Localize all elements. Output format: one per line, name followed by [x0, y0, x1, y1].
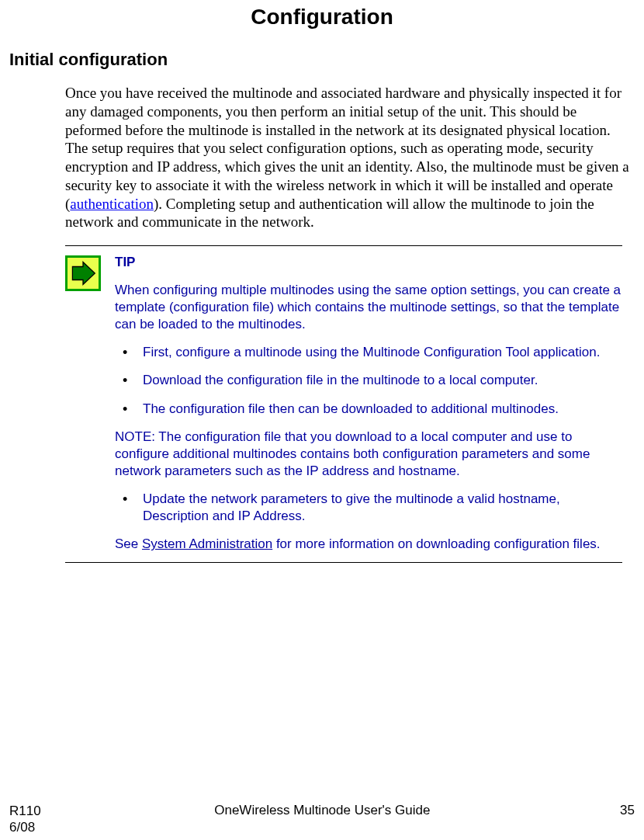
tip-bullet: Download the configuration file in the m… [115, 372, 622, 389]
tip-label: TIP [115, 254, 622, 271]
page-footer: R110 6/08 OneWireless Multinode User's G… [9, 803, 635, 836]
tip-note: NOTE: The configuration file that you do… [115, 429, 622, 480]
footer-title: OneWireless Multinode User's Guide [41, 803, 604, 818]
tip-bullet: Update the network parameters to give th… [115, 491, 622, 525]
tip-content: TIP When configuring multiple multinodes… [115, 254, 622, 553]
section-heading: Initial configuration [9, 50, 635, 70]
tip-box: TIP When configuring multiple multinodes… [65, 245, 622, 563]
tip-see-also: See System Administration for more infor… [115, 536, 622, 553]
tip-intro: When configuring multiple multinodes usi… [115, 282, 622, 333]
intro-paragraph: Once you have received the multinode and… [65, 84, 635, 231]
tip-arrow-icon [65, 255, 101, 291]
footer-date: 6/08 [9, 820, 35, 835]
system-administration-link[interactable]: System Administration [142, 536, 272, 551]
tip-see-prefix: See [115, 536, 142, 551]
tip-bullet-list-1: First, configure a multinode using the M… [115, 344, 622, 417]
tip-see-suffix: for more information on downloading conf… [272, 536, 600, 551]
intro-text-before: Once you have received the multinode and… [65, 85, 629, 212]
footer-left: R110 6/08 [9, 803, 41, 836]
footer-page-number: 35 [604, 803, 635, 818]
svg-marker-0 [72, 262, 95, 285]
footer-revision: R110 [9, 804, 41, 818]
tip-bullet: First, configure a multinode using the M… [115, 344, 622, 361]
authentication-link[interactable]: authentication [70, 196, 154, 212]
tip-bullet-list-2: Update the network parameters to give th… [115, 491, 622, 525]
tip-bullet: The configuration file then can be downl… [115, 401, 622, 418]
page-title: Configuration [9, 5, 635, 30]
